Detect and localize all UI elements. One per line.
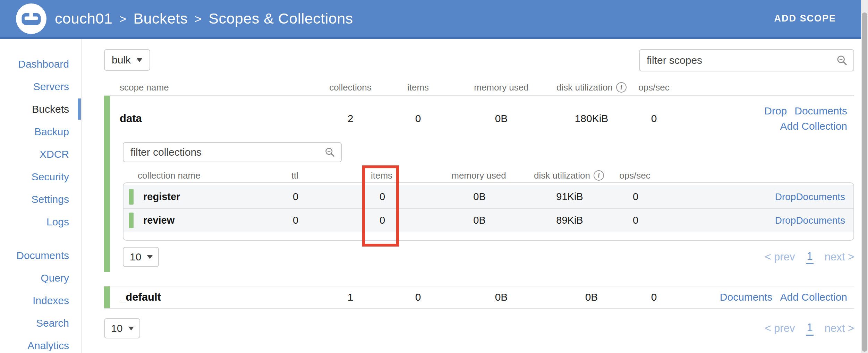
main-content: bulk scope name collections items me	[82, 39, 861, 353]
current-page-link[interactable]: 1	[806, 321, 813, 336]
scope-actions: DocumentsAdd Collection	[676, 291, 854, 303]
scope-ops-sec: 0	[631, 113, 676, 124]
collection-name-cell: register	[124, 189, 257, 205]
breadcrumb-separator: >	[195, 12, 202, 26]
col-header-disk-utilization: disk utilization i	[552, 82, 631, 93]
scope-collections-count: 2	[316, 113, 385, 124]
chevron-down-icon	[147, 255, 153, 259]
app-header: couch01 > Buckets > Scopes & Collections…	[0, 0, 861, 39]
search-icon	[324, 147, 335, 158]
collection-disk-utilization: 89KiB	[528, 215, 611, 226]
col-header-items: items	[333, 170, 430, 181]
sidebar-item-logs[interactable]: Logs	[0, 210, 81, 233]
filter-scopes-input[interactable]	[647, 54, 836, 66]
sidebar-item-security[interactable]: Security	[0, 165, 81, 188]
sidebar-item-analytics[interactable]: Analytics	[0, 334, 81, 353]
page-size-value: 10	[111, 322, 122, 334]
collection-memory-used: 0B	[431, 215, 528, 226]
vertical-scrollbar-thumb[interactable]	[862, 12, 867, 352]
collection-green-bar	[129, 213, 134, 228]
collection-green-bar	[129, 189, 134, 205]
collection-name[interactable]: register	[143, 191, 180, 203]
page-size-dropdown[interactable]: 10	[104, 318, 140, 338]
drop-scope-link[interactable]: Drop	[764, 105, 787, 117]
collection-actions: DropDocuments	[660, 191, 853, 203]
col-header-collection-name: collection name	[123, 170, 257, 181]
bulk-actions-dropdown[interactable]: bulk	[104, 49, 150, 71]
drop-collection-link[interactable]: Drop	[775, 215, 796, 226]
sidebar-item-indexes[interactable]: Indexes	[0, 289, 81, 312]
filter-collections-input[interactable]	[130, 146, 324, 158]
sidebar-item-backup[interactable]: Backup	[0, 120, 81, 143]
scope-disk-utilization: 180KiB	[552, 113, 631, 124]
add-collection-link[interactable]: Add Collection	[780, 120, 847, 132]
scope-table-header: scope name collections items memory used…	[104, 80, 854, 95]
sidebar-item-servers[interactable]: Servers	[0, 75, 81, 98]
col-header-ttl: ttl	[257, 170, 333, 181]
sidebar-item-query[interactable]: Query	[0, 267, 81, 289]
breadcrumb: couch01 > Buckets > Scopes & Collections	[55, 10, 353, 27]
drop-collection-link[interactable]: Drop	[775, 191, 796, 202]
collection-memory-used: 0B	[431, 191, 528, 203]
disk-utilization-label: disk utilization	[534, 170, 590, 181]
documents-link[interactable]: Documents	[720, 291, 773, 303]
info-icon[interactable]: i	[616, 82, 627, 93]
sidebar-item-dashboard[interactable]: Dashboard	[0, 53, 81, 75]
add-scope-button[interactable]: ADD SCOPE	[774, 13, 836, 24]
col-header-ops-sec: ops/sec	[631, 82, 676, 93]
couchbase-logo-icon	[16, 3, 46, 34]
collection-name[interactable]: review	[143, 215, 175, 226]
scope-actions: DropDocuments Add Collection	[676, 103, 854, 134]
scope-memory-used: 0B	[451, 291, 552, 303]
collection-ops-sec: 0	[611, 215, 660, 226]
collections-table-header: collection name ttl items memory used di…	[123, 169, 854, 182]
current-page-link[interactable]: 1	[806, 250, 813, 264]
scope-collections-count: 1	[316, 291, 385, 303]
scope-ops-sec: 0	[631, 291, 676, 303]
next-page-link[interactable]: next >	[825, 251, 854, 263]
breadcrumb-buckets[interactable]: Buckets	[133, 10, 187, 27]
scope-name[interactable]: _default	[104, 291, 316, 303]
breadcrumb-page-title: Scopes & Collections	[209, 10, 353, 27]
sidebar-item-xdcr[interactable]: XDCR	[0, 143, 81, 165]
scopes-toolbar: bulk	[104, 49, 854, 71]
col-header-items: items	[385, 82, 451, 93]
collection-ops-sec: 0	[611, 191, 660, 203]
info-icon[interactable]: i	[594, 170, 604, 181]
documents-link[interactable]: Documents	[794, 105, 847, 117]
chevron-down-icon	[136, 58, 143, 62]
prev-page-link[interactable]: < prev	[765, 251, 795, 263]
scope-name[interactable]: data	[104, 112, 316, 125]
vertical-scrollbar-track[interactable]	[861, 0, 868, 353]
breadcrumb-cluster[interactable]: couch01	[55, 10, 112, 27]
sidebar-item-settings[interactable]: Settings	[0, 188, 81, 210]
col-header-memory-used: memory used	[430, 170, 527, 181]
collections-rows-container: register 0 0 0B 91KiB 0 DropDocuments	[123, 182, 854, 241]
page-size-dropdown[interactable]: 10	[123, 247, 159, 267]
sidebar-item-buckets[interactable]: Buckets	[0, 98, 81, 120]
collection-name-cell: review	[124, 213, 257, 228]
col-header-ops-sec: ops/sec	[611, 170, 659, 181]
sidebar-item-buckets-label: Buckets	[32, 103, 69, 115]
collection-items: 0	[334, 191, 431, 203]
scope-panel-data: data 2 0 0B 180KiB 0 DropDocuments Add C…	[104, 95, 854, 272]
page-size-value: 10	[130, 251, 141, 263]
documents-link[interactable]: Documents	[796, 191, 845, 202]
sidebar-item-search[interactable]: Search	[0, 312, 81, 334]
prev-page-link[interactable]: < prev	[765, 322, 795, 335]
sidebar-item-documents[interactable]: Documents	[0, 244, 81, 267]
documents-link[interactable]: Documents	[796, 215, 845, 226]
active-item-indicator	[78, 98, 81, 120]
sidebar-nav: Dashboard Servers Buckets Backup XDCR Se…	[0, 39, 82, 353]
collection-ttl: 0	[257, 215, 334, 226]
collection-row-register: register 0 0 0B 91KiB 0 DropDocuments	[124, 185, 853, 208]
collection-actions: DropDocuments	[660, 215, 853, 226]
col-header-scope-name: scope name	[104, 82, 316, 93]
scope-memory-used: 0B	[451, 113, 552, 124]
scope-items-count: 0	[385, 291, 451, 303]
scope-items-count: 0	[385, 113, 451, 124]
add-collection-link[interactable]: Add Collection	[780, 291, 847, 303]
col-header-memory-used: memory used	[451, 82, 552, 93]
next-page-link[interactable]: next >	[825, 322, 854, 335]
collection-disk-utilization: 91KiB	[528, 191, 611, 203]
